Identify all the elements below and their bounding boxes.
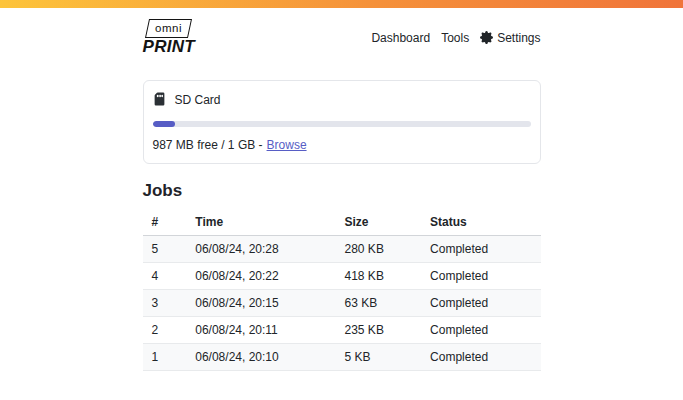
job-status-cell: Completed bbox=[421, 289, 540, 316]
logo-text-omni: omni bbox=[155, 22, 182, 34]
nav-settings-label: Settings bbox=[497, 31, 540, 45]
column-header-status: Status bbox=[421, 210, 540, 236]
site-header: omni PRINT Dashboard Tools Settings bbox=[143, 8, 541, 70]
job-num-cell: 2 bbox=[143, 316, 187, 343]
nav-tools[interactable]: Tools bbox=[441, 31, 469, 45]
job-time-cell: 06/08/24, 20:28 bbox=[186, 235, 335, 262]
job-num-cell: 5 bbox=[143, 235, 187, 262]
job-num-cell: 4 bbox=[143, 262, 187, 289]
sd-card-title-row: SD Card bbox=[153, 91, 531, 110]
job-time-cell: 06/08/24, 20:22 bbox=[186, 262, 335, 289]
sd-card-title: SD Card bbox=[175, 93, 221, 107]
job-status-cell: Completed bbox=[421, 316, 540, 343]
job-status-cell: Completed bbox=[421, 343, 540, 370]
sd-card-panel: SD Card 987 MB free / 1 GB -Browse bbox=[143, 80, 541, 164]
jobs-table-header-row: # Time Size Status bbox=[143, 210, 541, 236]
gear-icon bbox=[480, 31, 493, 44]
table-row: 4 06/08/24, 20:22 418 KB Completed bbox=[143, 262, 541, 289]
browse-link[interactable]: Browse bbox=[267, 138, 307, 152]
job-status-cell: Completed bbox=[421, 262, 540, 289]
table-row: 2 06/08/24, 20:11 235 KB Completed bbox=[143, 316, 541, 343]
job-size-cell: 235 KB bbox=[336, 316, 422, 343]
job-size-cell: 63 KB bbox=[336, 289, 422, 316]
job-time-cell: 06/08/24, 20:10 bbox=[186, 343, 335, 370]
column-header-num: # bbox=[143, 210, 187, 236]
nav-settings[interactable]: Settings bbox=[480, 31, 540, 45]
table-row: 5 06/08/24, 20:28 280 KB Completed bbox=[143, 235, 541, 262]
jobs-table-body: 5 06/08/24, 20:28 280 KB Completed 4 06/… bbox=[143, 235, 541, 370]
job-num-cell: 3 bbox=[143, 289, 187, 316]
column-header-time: Time bbox=[186, 210, 335, 236]
job-size-cell: 418 KB bbox=[336, 262, 422, 289]
jobs-heading: Jobs bbox=[143, 181, 541, 201]
sd-card-icon bbox=[153, 91, 166, 110]
storage-summary: 987 MB free / 1 GB -Browse bbox=[153, 138, 531, 152]
column-header-size: Size bbox=[336, 210, 422, 236]
jobs-table: # Time Size Status 5 06/08/24, 20:28 280… bbox=[143, 210, 541, 371]
nav-dashboard-label: Dashboard bbox=[371, 31, 430, 45]
logo-text-print: PRINT bbox=[143, 38, 196, 57]
top-gradient-bar bbox=[0, 0, 683, 8]
job-status-cell: Completed bbox=[421, 235, 540, 262]
job-num-cell: 1 bbox=[143, 343, 187, 370]
job-size-cell: 280 KB bbox=[336, 235, 422, 262]
nav-tools-label: Tools bbox=[441, 31, 469, 45]
storage-usage-text: 987 MB free / 1 GB - bbox=[153, 138, 263, 152]
nav-dashboard[interactable]: Dashboard bbox=[371, 31, 430, 45]
job-time-cell: 06/08/24, 20:15 bbox=[186, 289, 335, 316]
omniprint-logo[interactable]: omni PRINT bbox=[143, 19, 196, 57]
main-nav: Dashboard Tools Settings bbox=[371, 31, 540, 45]
job-size-cell: 5 KB bbox=[336, 343, 422, 370]
logo-badge: omni bbox=[144, 19, 191, 38]
storage-progress-bar bbox=[153, 121, 531, 127]
job-time-cell: 06/08/24, 20:11 bbox=[186, 316, 335, 343]
table-row: 3 06/08/24, 20:15 63 KB Completed bbox=[143, 289, 541, 316]
storage-progress-fill bbox=[153, 121, 176, 127]
table-row: 1 06/08/24, 20:10 5 KB Completed bbox=[143, 343, 541, 370]
